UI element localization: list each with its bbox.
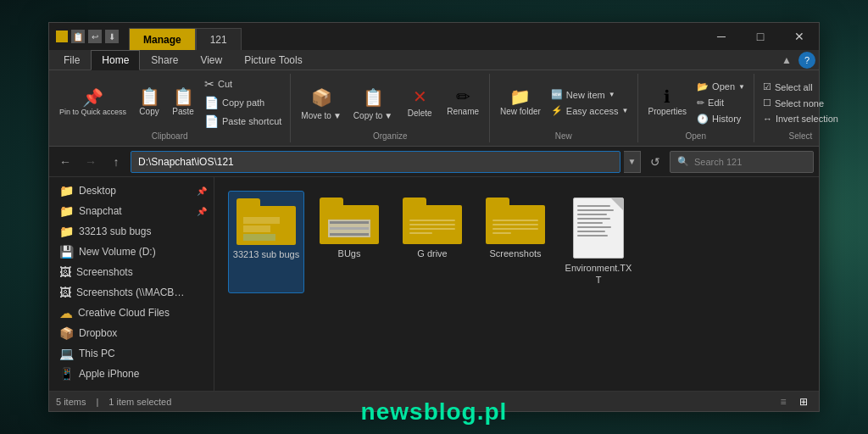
dropbox-icon: 📦 — [59, 326, 74, 340]
properties-button[interactable]: ℹ Properties — [643, 85, 693, 120]
search-icon: 🔍 — [677, 156, 689, 167]
file-label: Screenshots — [489, 248, 541, 259]
invert-selection-button[interactable]: ↔ Invert selection — [760, 112, 842, 125]
sidebar-item-creative-cloud[interactable]: ☁ Creative Cloud Files — [49, 303, 214, 323]
file-item-environment-txt[interactable]: Environment.TXT — [560, 191, 637, 293]
copy-path-button[interactable]: 📄 Copy path — [201, 94, 285, 111]
move-to-icon: 📦 — [311, 87, 332, 108]
cut-icon: ✂ — [204, 77, 214, 91]
title-icon-1: 📋 — [71, 30, 85, 43]
file-item-33213[interactable]: 33213 sub bugs — [228, 191, 304, 293]
snapchat-icon: 📁 — [59, 204, 74, 218]
cut-button[interactable]: ✂ Cut — [201, 75, 285, 92]
tab-view[interactable]: View — [189, 50, 233, 70]
status-bar: 5 items | 1 item selected ≡ ⊞ — [49, 391, 819, 411]
select-all-button[interactable]: ☑ Select all — [760, 80, 842, 94]
ribbon-tabs: File Home Share View Picture Tools ▲ ? — [49, 50, 819, 70]
search-placeholder: Search 121 — [694, 157, 742, 167]
select-none-button[interactable]: ☐ Select none — [760, 96, 842, 110]
new-folder-icon: 📁 — [509, 88, 531, 105]
sidebar: 📁 Desktop 📌 📁 Snapchat 📌 📁 33213 sub bug… — [49, 177, 214, 391]
copy-path-icon: 📄 — [204, 96, 219, 109]
title-icon-2: ↩ — [88, 30, 102, 43]
file-item-gdrive[interactable]: G drive — [394, 191, 470, 293]
easy-access-button[interactable]: ⚡ Easy access ▼ — [548, 103, 632, 118]
paste-shortcut-button[interactable]: 📄 Paste shortcut — [201, 113, 285, 130]
open-small-buttons: 📂 Open ▼ ✏ Edit 🕐 History — [693, 80, 748, 126]
paste-button[interactable]: 📋 Paste — [167, 85, 199, 120]
delete-icon: ✕ — [413, 86, 427, 107]
ribbon-group-clipboard: 📌 Pin to Quick access 📋 Copy 📋 Paste — [49, 74, 291, 142]
selected-count: 1 item selected — [108, 397, 171, 407]
easy-access-icon: ⚡ — [551, 105, 563, 116]
edit-button[interactable]: ✏ Edit — [693, 96, 748, 110]
open-icon: 📂 — [697, 81, 709, 92]
sidebar-item-apple-iphone[interactable]: 📱 Apple iPhone — [49, 364, 214, 384]
back-button[interactable]: ← — [54, 151, 76, 173]
address-path: D:\Snapchat\iOS\121 — [138, 156, 234, 168]
ribbon-group-new: 📁 New folder 🆕 New item ▼ ⚡ Easy access … — [490, 74, 637, 142]
details-view-button[interactable]: ≡ — [775, 393, 792, 410]
open-buttons: ℹ Properties 📂 Open ▼ ✏ Edit — [643, 75, 748, 130]
folder-icon-gdrive — [403, 198, 462, 244]
ribbon-collapse-button[interactable]: ▲ — [778, 52, 795, 69]
manage-tab[interactable]: Manage — [129, 28, 196, 50]
paste-shortcut-icon: 📄 — [204, 114, 219, 128]
sidebar-item-33213[interactable]: 📁 33213 sub bugs — [49, 221, 214, 242]
sidebar-item-dropbox[interactable]: 📦 Dropbox — [49, 323, 214, 343]
tab-picture-tools[interactable]: Picture Tools — [233, 50, 313, 70]
new-item-icon: 🆕 — [551, 89, 563, 100]
address-box[interactable]: D:\Snapchat\iOS\121 — [131, 151, 620, 173]
sidebar-item-label: Apple iPhone — [79, 368, 139, 380]
sidebar-item-snapchat[interactable]: 📁 Snapchat 📌 — [49, 201, 214, 221]
help-button[interactable]: ? — [798, 52, 815, 69]
folder-icon: 📁 — [59, 225, 74, 238]
app-logo — [56, 31, 68, 42]
sidebar-item-screenshots[interactable]: 🖼 Screenshots — [49, 262, 214, 282]
ribbon-group-organize: 📦 Move to ▼ 📋 Copy to — [291, 74, 490, 142]
sidebar-item-screenshots-mac[interactable]: 🖼 Screenshots (\\MACBOOK... — [49, 282, 214, 303]
folder-icon-33213 — [236, 198, 296, 245]
items-count: 5 items — [56, 397, 86, 407]
copy-to-button[interactable]: 📋 Copy to ▼ — [348, 84, 398, 122]
select-all-buttons: ☑ Select all ☐ Select none ↔ Invert sele… — [760, 80, 842, 125]
main-content: 📁 Desktop 📌 📁 Snapchat 📌 📁 33213 sub bug… — [49, 177, 819, 391]
open-button[interactable]: 📂 Open ▼ — [693, 80, 748, 94]
file-item-screenshots[interactable]: Screenshots — [477, 191, 554, 293]
pin-indicator: 📌 — [197, 186, 207, 196]
new-folder-button[interactable]: 📁 New folder — [495, 85, 546, 120]
tab-home[interactable]: Home — [91, 50, 140, 70]
minimize-button[interactable]: ─ — [702, 23, 741, 50]
maximize-button[interactable]: □ — [741, 23, 780, 50]
sidebar-item-label: Creative Cloud Files — [78, 307, 170, 319]
organize-buttons: 📦 Move to ▼ 📋 Copy to — [296, 75, 484, 130]
sidebar-item-label: Dropbox — [79, 327, 117, 339]
new-item-button[interactable]: 🆕 New item ▼ — [548, 87, 632, 102]
sidebar-item-label: 33213 sub bugs — [79, 225, 151, 237]
search-box[interactable]: 🔍 Search 121 — [670, 151, 814, 173]
file-item-bugs[interactable]: BUgs — [311, 191, 387, 293]
tab-file[interactable]: File — [53, 50, 91, 70]
close-button[interactable]: ✕ — [780, 23, 819, 50]
up-button[interactable]: ↑ — [105, 151, 127, 173]
rename-button[interactable]: ✏ Rename — [442, 85, 484, 120]
move-to-button[interactable]: 📦 Move to ▼ — [296, 84, 346, 122]
refresh-button[interactable]: ↺ — [644, 151, 666, 173]
sidebar-item-new-volume[interactable]: 💾 New Volume (D:) — [49, 242, 214, 262]
view-buttons: ≡ ⊞ — [775, 393, 812, 410]
sidebar-item-this-pc[interactable]: 💻 This PC — [49, 343, 214, 364]
delete-button[interactable]: ✕ Delete — [399, 83, 440, 122]
sidebar-item-label: Screenshots — [76, 266, 133, 278]
copy-button[interactable]: 📋 Copy — [133, 85, 165, 120]
this-pc-icon: 💻 — [59, 347, 74, 360]
history-button[interactable]: 🕐 History — [693, 112, 748, 126]
address-dropdown[interactable]: ▼ — [624, 151, 641, 173]
sidebar-item-desktop[interactable]: 📁 Desktop 📌 — [49, 181, 214, 201]
large-icons-view-button[interactable]: ⊞ — [795, 393, 812, 410]
new-label: New — [495, 130, 632, 141]
forward-button[interactable]: → — [80, 151, 102, 173]
tab-share[interactable]: Share — [140, 50, 189, 70]
folder-icon-screenshots — [486, 198, 545, 244]
sidebar-item-label: Screenshots (\\MACBOOK... — [76, 287, 186, 298]
pin-quick-access-button[interactable]: 📌 Pin to Quick access — [54, 86, 131, 120]
